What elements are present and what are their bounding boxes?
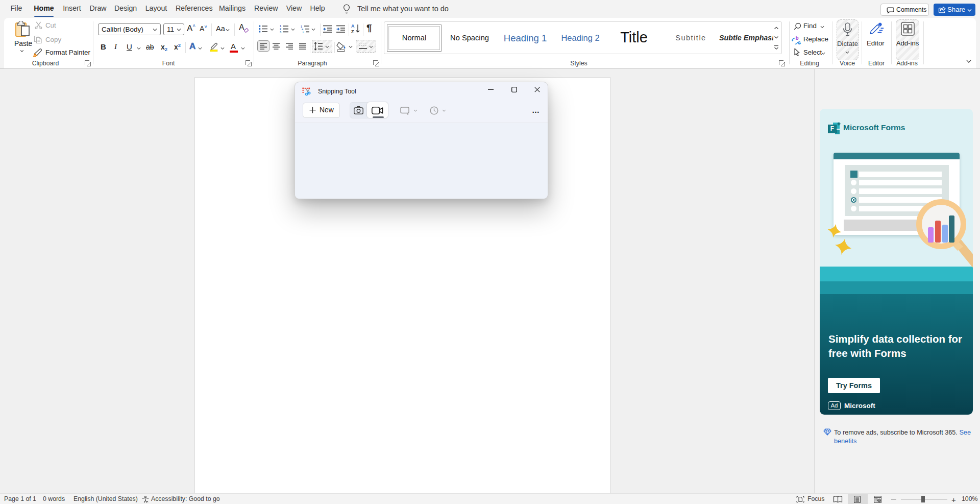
svg-text:i: i	[303, 31, 304, 34]
svg-text:c: c	[798, 40, 801, 45]
svg-text:Z: Z	[351, 29, 354, 34]
svg-text:A: A	[351, 23, 355, 29]
svg-text:3: 3	[280, 31, 281, 33]
